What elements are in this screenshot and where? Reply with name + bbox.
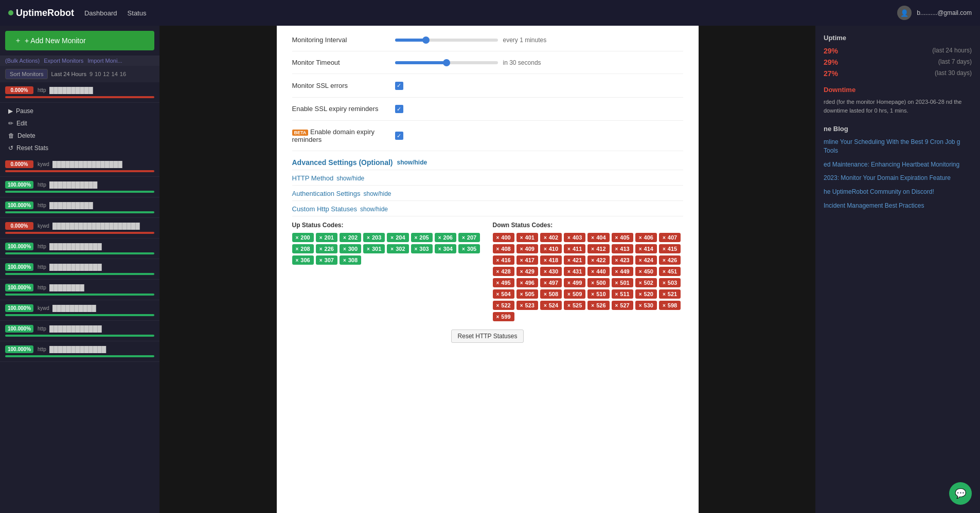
down-code-tag[interactable]: × 400 [493, 233, 514, 242]
down-code-tag[interactable]: × 505 [516, 289, 538, 299]
auth-settings-header[interactable]: Authentication Settings show/hide [292, 190, 683, 201]
down-code-tag[interactable]: × 407 [659, 233, 681, 242]
up-code-tag[interactable]: × 205 [411, 233, 433, 242]
down-code-tag[interactable]: × 421 [564, 255, 585, 265]
down-code-tag[interactable]: × 511 [612, 289, 633, 299]
auth-settings-show-hide[interactable]: show/hide [363, 190, 391, 197]
down-code-tag[interactable]: × 521 [659, 289, 681, 299]
monitor-item-7[interactable]: 100.000% http ████████ [0, 280, 159, 300]
down-code-tag[interactable]: × 411 [564, 244, 585, 253]
down-code-tag[interactable]: × 416 [493, 255, 514, 265]
down-code-tag[interactable]: × 404 [587, 233, 609, 242]
up-code-tag[interactable]: × 304 [435, 244, 456, 253]
blog-link-3[interactable]: he UptimeRobot Community on Discord! [824, 188, 972, 196]
down-code-tag[interactable]: × 508 [540, 289, 562, 299]
up-code-tag[interactable]: × 226 [316, 244, 337, 253]
up-code-tag[interactable]: × 203 [363, 233, 385, 242]
down-code-tag[interactable]: × 417 [516, 255, 538, 265]
monitoring-interval-track[interactable] [395, 39, 498, 42]
up-code-tag[interactable]: × 208 [292, 244, 314, 253]
down-code-tag[interactable]: × 408 [493, 244, 514, 253]
custom-http-header[interactable]: Custom Http Statuses show/hide [292, 205, 683, 216]
down-code-tag[interactable]: × 527 [612, 301, 633, 310]
monitor-item-8[interactable]: 100.000% kywd ██████████ [0, 300, 159, 321]
chat-button[interactable]: 💬 [949, 482, 972, 505]
monitor-item-4[interactable]: 0.000% kywd ████████████████████ [0, 218, 159, 239]
down-code-tag[interactable]: × 451 [659, 267, 681, 276]
up-code-tag[interactable]: × 300 [340, 244, 361, 253]
up-code-tag[interactable]: × 202 [340, 233, 361, 242]
down-code-tag[interactable]: × 450 [635, 267, 657, 276]
enable-ssl-checkbox[interactable]: ✓ [395, 105, 403, 113]
custom-http-show-hide[interactable]: show/hide [360, 206, 388, 213]
up-code-tag[interactable]: × 302 [387, 244, 408, 253]
down-code-tag[interactable]: × 497 [540, 278, 562, 287]
down-code-tag[interactable]: × 501 [612, 278, 633, 287]
time-filter-12[interactable]: 12 [103, 71, 109, 77]
down-code-tag[interactable]: × 403 [564, 233, 585, 242]
down-code-tag[interactable]: × 524 [540, 301, 562, 310]
down-code-tag[interactable]: × 406 [635, 233, 657, 242]
monitor-item-2[interactable]: 100.000% http ███████████ [0, 177, 159, 197]
time-filter-14[interactable]: 14 [112, 71, 118, 77]
down-code-tag[interactable]: × 428 [493, 267, 514, 276]
context-reset[interactable]: ↺ Reset Stats [0, 142, 159, 154]
down-code-tag[interactable]: × 520 [635, 289, 657, 299]
up-code-tag[interactable]: × 306 [292, 255, 314, 265]
up-code-tag[interactable]: × 206 [435, 233, 456, 242]
blog-link-2[interactable]: 2023: Monitor Your Domain Expiration Fea… [824, 174, 972, 182]
down-code-tag[interactable]: × 440 [587, 267, 609, 276]
down-code-tag[interactable]: × 526 [587, 301, 609, 310]
down-code-tag[interactable]: × 525 [564, 301, 585, 310]
down-code-tag[interactable]: × 401 [516, 233, 538, 242]
monitor-item-6[interactable]: 100.000% http ████████████ [0, 259, 159, 280]
context-pause[interactable]: ▶ Pause [0, 105, 159, 117]
down-code-tag[interactable]: × 530 [635, 301, 657, 310]
down-code-tag[interactable]: × 496 [516, 278, 538, 287]
time-filter-10[interactable]: 10 [95, 71, 101, 77]
down-code-tag[interactable]: × 499 [564, 278, 585, 287]
up-code-tag[interactable]: × 200 [292, 233, 314, 242]
down-code-tag[interactable]: × 418 [540, 255, 562, 265]
down-code-tag[interactable]: × 598 [659, 301, 681, 310]
up-code-tag[interactable]: × 303 [411, 244, 433, 253]
monitor-item-9[interactable]: 100.000% http ████████████ [0, 321, 159, 341]
sort-button[interactable]: Sort Monitors [5, 69, 48, 79]
monitor-ssl-checkbox[interactable]: ✓ [395, 82, 403, 90]
up-code-tag[interactable]: × 305 [458, 244, 480, 253]
down-code-tag[interactable]: × 405 [612, 233, 633, 242]
enable-domain-checkbox[interactable]: ✓ [395, 132, 403, 140]
monitor-item-10[interactable]: 100.000% http █████████████ [0, 341, 159, 362]
down-code-tag[interactable]: × 413 [612, 244, 633, 253]
down-code-tag[interactable]: × 426 [659, 255, 681, 265]
time-filter-9[interactable]: 9 [90, 71, 93, 77]
monitor-item-5[interactable]: 100.000% http ████████████ [0, 239, 159, 259]
advanced-show-hide[interactable]: show/hide [397, 159, 427, 166]
monitor-timeout-thumb[interactable] [443, 59, 450, 66]
down-code-tag[interactable]: × 500 [587, 278, 609, 287]
down-code-tag[interactable]: × 509 [564, 289, 585, 299]
down-code-tag[interactable]: × 503 [659, 278, 681, 287]
down-code-tag[interactable]: × 410 [540, 244, 562, 253]
monitoring-interval-thumb[interactable] [422, 36, 430, 44]
up-code-tag[interactable]: × 308 [340, 255, 361, 265]
down-code-tag[interactable]: × 409 [516, 244, 538, 253]
down-code-tag[interactable]: × 495 [493, 278, 514, 287]
export-monitors-link[interactable]: Export Monitors [44, 58, 83, 64]
up-code-tag[interactable]: × 207 [458, 233, 480, 242]
blog-link-4[interactable]: Incident Management Best Practices [824, 201, 972, 210]
monitor-item-0[interactable]: 0.000% http ██████████ [0, 82, 159, 103]
down-code-tag[interactable]: × 431 [564, 267, 585, 276]
down-code-tag[interactable]: × 412 [587, 244, 609, 253]
down-code-tag[interactable]: × 599 [493, 312, 514, 321]
down-code-tag[interactable]: × 510 [587, 289, 609, 299]
up-code-tag[interactable]: × 301 [363, 244, 385, 253]
down-code-tag[interactable]: × 449 [612, 267, 633, 276]
blog-link-1[interactable]: ed Maintenance: Enhancing Heartbeat Moni… [824, 160, 972, 169]
down-code-tag[interactable]: × 415 [659, 244, 681, 253]
monitor-item-3[interactable]: 100.000% http ██████████ [0, 197, 159, 218]
blog-link-0[interactable]: mline Your Scheduling With the Best 9 Cr… [824, 138, 972, 155]
down-code-tag[interactable]: × 429 [516, 267, 538, 276]
import-link[interactable]: Import Moni... [87, 58, 122, 64]
down-code-tag[interactable]: × 522 [493, 301, 514, 310]
